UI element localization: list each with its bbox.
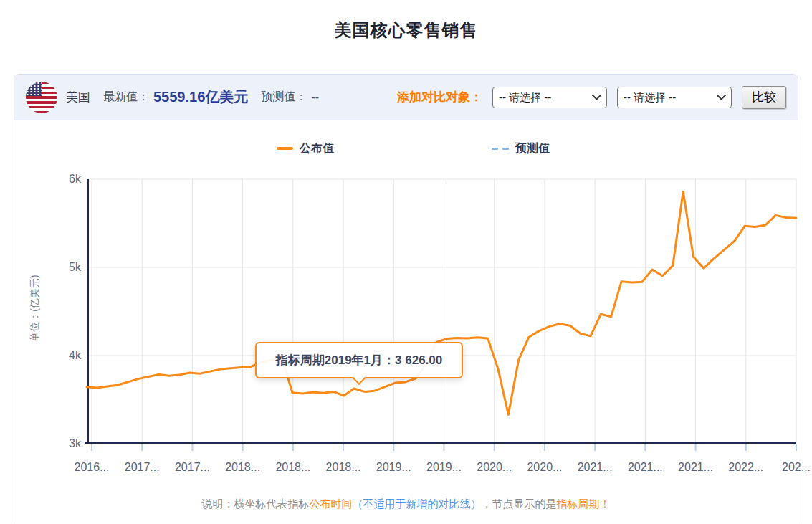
footer-note: 说明：横坐标代表指标公布时间（不适用于新增的对比线），节点显示的是指标周期！ xyxy=(14,497,798,511)
x-axis-label: 2018... xyxy=(218,461,268,474)
x-axis-label: 2018... xyxy=(268,461,318,474)
compare-controls: 添加对比对象： -- 请选择 -- -- 请选择 -- 比较 xyxy=(397,86,786,109)
legend-label: 公布值 xyxy=(300,141,334,156)
forecast-value: -- xyxy=(311,91,319,104)
line-chart xyxy=(87,179,796,452)
y-axis-label: 4k xyxy=(56,349,81,362)
x-axis-label: 2022... xyxy=(721,461,771,474)
footer-segment: （不适用于新增的对比线） xyxy=(353,497,482,510)
x-axis-label: 2021... xyxy=(570,461,620,474)
compare-select-1[interactable]: -- 请选择 -- xyxy=(492,87,607,108)
compare-select-2-wrap: -- 请选择 -- xyxy=(617,87,732,108)
plot-area[interactable] xyxy=(87,179,796,444)
legend-dash-swatch xyxy=(492,148,509,150)
x-axis-label: 2017... xyxy=(167,461,217,474)
compare-label: 添加对比对象： xyxy=(397,89,482,105)
footer-segment: 指标周期！ xyxy=(557,497,611,510)
x-axis-label: 202... xyxy=(771,461,812,474)
footer-segment: ，节点显示的是 xyxy=(482,497,557,510)
footer-segment: 说明：横坐标代表指标 xyxy=(202,497,310,510)
indicator-panel: 美国 最新值： 5559.16亿美元 预测值： -- 添加对比对象： -- 请选… xyxy=(14,74,798,524)
legend-line-swatch xyxy=(277,147,293,150)
legend-item-published[interactable]: 公布值 xyxy=(277,141,334,156)
compare-button[interactable]: 比较 xyxy=(742,86,786,109)
x-axis-label: 2016... xyxy=(67,461,117,474)
x-axis-label: 2017... xyxy=(117,461,167,474)
legend-item-forecast[interactable]: 预测值 xyxy=(492,141,550,156)
compare-select-2[interactable]: -- 请选择 -- xyxy=(617,87,732,108)
x-axis-label: 2020... xyxy=(520,461,570,474)
us-flag-icon xyxy=(26,82,57,113)
y-axis-label: 3k xyxy=(56,437,81,450)
tooltip: 指标周期2019年1月：3 626.00 xyxy=(255,342,463,378)
x-axis-label: 2019... xyxy=(419,461,469,474)
x-axis-label: 2018... xyxy=(318,461,368,474)
y-axis-label: 5k xyxy=(56,261,81,274)
y-axis-title: 单位：(亿美元) xyxy=(29,275,42,341)
x-axis-label: 2021... xyxy=(671,461,721,474)
x-axis-label: 2020... xyxy=(469,461,520,474)
footer-segment: 公布时间 xyxy=(310,497,353,510)
info-bar: 美国 最新值： 5559.16亿美元 预测值： -- 添加对比对象： -- 请选… xyxy=(14,75,798,120)
y-axis-label: 6k xyxy=(56,173,81,186)
x-axis-label: 2021... xyxy=(620,461,670,474)
forecast-label: 预测值： xyxy=(261,90,307,105)
country-name: 美国 xyxy=(66,89,90,105)
x-axis-label: 2019... xyxy=(368,461,419,474)
chart-panel: 公布值 预测值 单位：(亿美元) 指标周期2019年1月：3 626.00 说明… xyxy=(14,120,798,524)
legend-label: 预测值 xyxy=(515,141,550,156)
latest-value: 5559.16亿美元 xyxy=(153,87,248,107)
latest-value-label: 最新值： xyxy=(103,90,149,105)
page-title: 美国核心零售销售 xyxy=(0,19,812,42)
compare-select-1-wrap: -- 请选择 -- xyxy=(492,87,607,108)
